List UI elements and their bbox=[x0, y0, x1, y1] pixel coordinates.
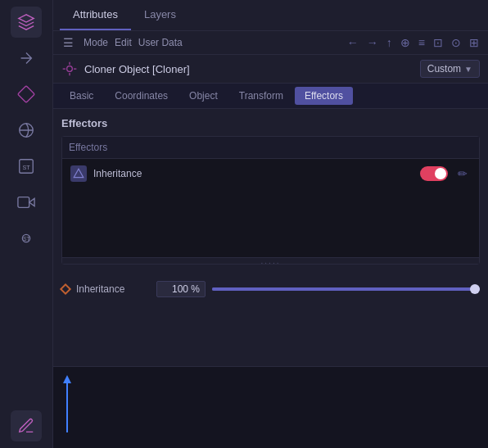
nav-lock-btn[interactable]: ⊡ bbox=[431, 34, 445, 51]
nav-forward-btn[interactable]: → bbox=[364, 34, 381, 51]
svg-marker-8 bbox=[74, 169, 84, 178]
sidebar-icon-camera[interactable] bbox=[11, 187, 42, 218]
menu-icon[interactable]: ☰ bbox=[60, 34, 77, 51]
content-area: Effectors Effectors Inheritance ✏ bbox=[53, 109, 488, 366]
param-row: Inheritance 100 % bbox=[61, 278, 480, 301]
object-type-icon bbox=[61, 61, 78, 77]
edit-label[interactable]: Edit bbox=[115, 37, 132, 48]
toolbar-nav: ← → ↑ ⊕ ≡ ⊡ ⊙ ⊞ bbox=[345, 34, 481, 51]
sidebar: ST ST bbox=[0, 0, 53, 448]
sub-tab-coordinates[interactable]: Coordinates bbox=[105, 87, 178, 105]
effectors-section-title: Effectors bbox=[61, 117, 480, 129]
effector-name: Inheritance bbox=[93, 168, 413, 179]
nav-search-btn[interactable]: ⊕ bbox=[398, 34, 413, 51]
effector-type-icon bbox=[70, 165, 87, 182]
preset-dropdown[interactable]: Custom ▼ bbox=[420, 60, 480, 78]
svg-text:ST: ST bbox=[22, 164, 30, 171]
arrow-head-up bbox=[63, 375, 71, 383]
sub-tab-effectors[interactable]: Effectors bbox=[295, 87, 353, 105]
sub-tab-basic[interactable]: Basic bbox=[60, 87, 103, 105]
effector-edit-icon[interactable]: ✏ bbox=[454, 167, 471, 180]
sidebar-icon-diamond[interactable] bbox=[11, 79, 42, 110]
main-panel: Attributes Layers ☰ Mode Edit User Data … bbox=[53, 0, 488, 448]
dropdown-label: Custom bbox=[427, 63, 461, 75]
param-label: Inheritance bbox=[76, 283, 150, 295]
object-header: Cloner Object [Cloner] Custom ▼ bbox=[53, 55, 488, 84]
nav-external-btn[interactable]: ⊞ bbox=[467, 34, 481, 51]
mode-label[interactable]: Mode bbox=[84, 37, 108, 48]
effectors-header-row: Effectors bbox=[62, 137, 479, 159]
tab-attributes[interactable]: Attributes bbox=[60, 0, 131, 30]
svg-point-7 bbox=[67, 66, 73, 72]
dropdown-arrow-icon: ▼ bbox=[464, 65, 472, 74]
svg-rect-4 bbox=[18, 197, 29, 208]
param-slider[interactable] bbox=[212, 287, 480, 291]
nav-settings-btn[interactable]: ⊙ bbox=[449, 34, 463, 51]
param-keyframe-diamond[interactable] bbox=[60, 283, 71, 295]
sidebar-icon-pen[interactable] bbox=[11, 410, 42, 441]
sidebar-icon-st2[interactable]: ST bbox=[11, 223, 42, 254]
sub-tab-object[interactable]: Object bbox=[179, 87, 228, 105]
list-item: Inheritance ✏ bbox=[66, 162, 476, 185]
svg-text:ST: ST bbox=[23, 236, 29, 242]
slider-thumb[interactable] bbox=[470, 284, 480, 294]
bottom-area bbox=[53, 366, 488, 448]
tabs-row: Attributes Layers bbox=[53, 0, 488, 31]
resize-dots: ..... bbox=[261, 256, 281, 265]
slider-fill bbox=[212, 287, 480, 291]
toolbar-row: ☰ Mode Edit User Data ← → ↑ ⊕ ≡ ⊡ ⊙ ⊞ bbox=[53, 31, 488, 55]
param-section: Inheritance 100 % bbox=[61, 271, 480, 307]
resize-handle[interactable]: ..... bbox=[62, 257, 479, 264]
tab-layers[interactable]: Layers bbox=[131, 0, 189, 30]
param-value-box[interactable]: 100 % bbox=[156, 281, 206, 297]
nav-back-btn[interactable]: ← bbox=[345, 34, 361, 51]
annotation-arrow bbox=[63, 375, 71, 432]
svg-rect-0 bbox=[18, 86, 35, 103]
object-title: Cloner Object [Cloner] bbox=[84, 63, 413, 75]
sidebar-icon-arrow[interactable] bbox=[11, 43, 42, 74]
sidebar-icon-globe[interactable] bbox=[11, 115, 42, 146]
nav-up-btn[interactable]: ↑ bbox=[384, 34, 395, 51]
sidebar-icon-cube[interactable] bbox=[11, 7, 42, 38]
effectors-table: Effectors Inheritance ✏ bbox=[61, 136, 480, 265]
nav-list-btn[interactable]: ≡ bbox=[416, 34, 427, 51]
sub-tab-transform[interactable]: Transform bbox=[229, 87, 293, 105]
arrow-shaft bbox=[66, 383, 68, 432]
effector-toggle[interactable] bbox=[420, 166, 448, 181]
sub-tabs-row: Basic Coordinates Object Transform Effec… bbox=[53, 84, 488, 109]
effectors-list-area: Inheritance ✏ bbox=[62, 159, 479, 257]
sidebar-icon-st1[interactable]: ST bbox=[11, 151, 42, 182]
user-data-label[interactable]: User Data bbox=[138, 37, 183, 48]
effectors-header-label: Effectors bbox=[69, 142, 134, 153]
